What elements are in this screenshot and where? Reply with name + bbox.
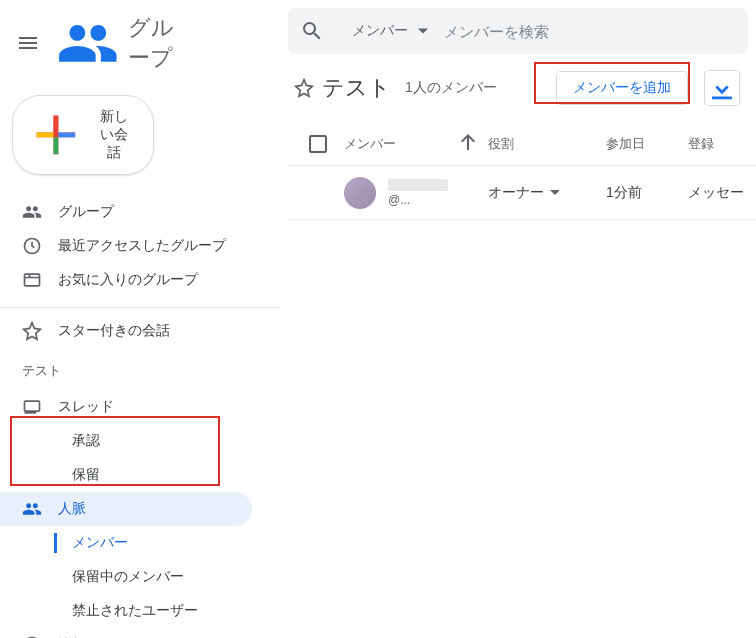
search-bar[interactable]: メンバー bbox=[288, 8, 748, 54]
nav-about[interactable]: 情報 bbox=[0, 628, 252, 639]
recent-icon bbox=[22, 236, 42, 256]
sort-asc-icon[interactable] bbox=[456, 130, 480, 157]
avatar bbox=[344, 177, 376, 209]
app-name: グループ bbox=[128, 13, 179, 73]
svg-rect-1 bbox=[25, 274, 40, 286]
member-count: 1人のメンバー bbox=[405, 79, 497, 97]
compose-label: 新しい会話 bbox=[95, 108, 133, 162]
nav-threads[interactable]: スレッド bbox=[0, 390, 252, 424]
nav-hold[interactable]: 保留 bbox=[0, 458, 252, 492]
table-header: メンバー 役割 参加日 登録 bbox=[288, 122, 756, 166]
app-logo[interactable]: グループ bbox=[52, 12, 179, 75]
table-row[interactable]: @... オーナー 1分前 メッセー bbox=[288, 166, 756, 220]
star-icon bbox=[22, 321, 42, 341]
nav-pending-members[interactable]: 保留中のメンバー bbox=[0, 560, 252, 594]
nav-starred[interactable]: スター付きの会話 bbox=[0, 314, 252, 348]
member-name-redacted bbox=[388, 179, 448, 191]
info-icon bbox=[22, 635, 42, 639]
nav-favorites[interactable]: お気に入りのグループ bbox=[0, 263, 252, 297]
search-icon[interactable] bbox=[300, 19, 324, 43]
people-icon bbox=[22, 499, 42, 519]
download-button[interactable] bbox=[704, 70, 740, 106]
compose-button[interactable]: 新しい会話 bbox=[12, 95, 154, 175]
menu-icon[interactable] bbox=[16, 31, 40, 55]
page-title: テスト bbox=[322, 73, 391, 103]
search-input[interactable] bbox=[444, 23, 736, 40]
nav-approve[interactable]: 承認 bbox=[0, 424, 252, 458]
role-dropdown[interactable]: オーナー bbox=[488, 184, 560, 202]
favorites-icon bbox=[22, 270, 42, 290]
nav-recent[interactable]: 最近アクセスしたグループ bbox=[0, 229, 252, 263]
nav-members[interactable]: メンバー bbox=[0, 526, 252, 560]
select-all-checkbox[interactable] bbox=[309, 135, 327, 153]
subscription: メッセー bbox=[688, 184, 744, 200]
thread-icon bbox=[22, 397, 42, 417]
nav-people[interactable]: 人脈 bbox=[0, 492, 252, 526]
joined-date: 1分前 bbox=[606, 184, 642, 200]
add-member-button[interactable]: メンバーを追加 bbox=[556, 71, 688, 105]
groups-icon bbox=[22, 202, 42, 222]
search-scope-dropdown[interactable]: メンバー bbox=[332, 16, 436, 46]
nav-banned[interactable]: 禁止されたユーザー bbox=[0, 594, 252, 628]
star-toggle-icon[interactable] bbox=[294, 78, 314, 98]
nav-groups[interactable]: グループ bbox=[0, 195, 252, 229]
member-email: @... bbox=[388, 193, 448, 207]
group-name-label: テスト bbox=[0, 348, 280, 390]
svg-rect-2 bbox=[25, 401, 40, 411]
